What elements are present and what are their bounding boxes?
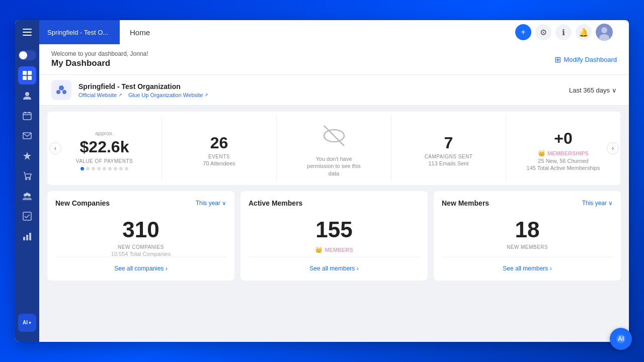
external-link-icon: ↗	[118, 93, 122, 98]
sidebar-item-tasks[interactable]	[18, 207, 36, 225]
stat-campaigns-label: CAMPAIGNS SENT	[425, 154, 473, 159]
settings-button[interactable]: ⚙	[535, 24, 551, 40]
dot-6	[108, 167, 112, 170]
date-filter-button[interactable]: Last 365 days ∨	[569, 86, 617, 94]
svg-point-16	[26, 178, 27, 180]
widget-companies-title: New Companies	[55, 199, 110, 207]
stat-approx-label: approx.	[95, 130, 114, 136]
org-logo	[51, 80, 71, 100]
svg-rect-21	[23, 212, 31, 220]
dot-1	[80, 167, 84, 170]
bell-button[interactable]: 🔔	[576, 24, 592, 40]
crown-icon-widget: 👑	[315, 246, 323, 253]
svg-rect-15	[23, 133, 31, 139]
dot-9	[125, 167, 128, 170]
companies-value: 310	[55, 217, 226, 242]
new-members-sublabel: NEW MEMBERS	[442, 244, 613, 250]
modify-dashboard-button[interactable]: ⊞ Modify Dashboard	[554, 55, 617, 64]
sidebar-toggle[interactable]	[18, 50, 36, 60]
members-badge-label: MEMBERS	[325, 247, 353, 253]
sidebar-item-reports[interactable]	[18, 227, 36, 245]
svg-rect-6	[23, 71, 27, 75]
svg-rect-22	[23, 237, 25, 240]
chevron-icon: ∨	[222, 200, 226, 207]
sidebar-item-memberships[interactable]	[18, 147, 36, 165]
sidebar-item-campaigns[interactable]	[18, 127, 36, 145]
widgets-row: New Companies This year ∨ 310 NEW COMPAN…	[47, 191, 621, 281]
stat-payments-label: VALUE OF PAYMENTS	[76, 158, 133, 164]
active-members-value: 155	[249, 217, 420, 242]
svg-line-30	[324, 126, 344, 146]
svg-rect-9	[28, 76, 32, 80]
no-permission-text: You don't have permission to see this da…	[304, 155, 364, 177]
org-name-display: Springfield - Test Organization	[78, 82, 208, 90]
sidebar-item-events[interactable]	[18, 107, 36, 125]
ai-label: AI	[23, 320, 28, 325]
add-button[interactable]: +	[515, 24, 531, 40]
date-filter-label: Last 365 days	[569, 86, 610, 94]
dot-2	[86, 167, 90, 170]
svg-point-10	[25, 92, 29, 96]
svg-rect-8	[23, 76, 27, 80]
hamburger-button[interactable]	[15, 20, 39, 44]
members-badge: 👑 MEMBERS	[249, 246, 420, 253]
see-all-members-link[interactable]: See all members ›	[309, 265, 358, 272]
content-area: Welcome to your dashboard, Jonna! My Das…	[39, 44, 629, 342]
user-avatar[interactable]	[596, 24, 613, 41]
glueup-website-link[interactable]: Glue Up Organization Website ↗	[128, 92, 208, 98]
external-link-icon2: ↗	[204, 93, 208, 98]
svg-point-20	[26, 193, 29, 196]
ai-button[interactable]: AI ✦	[18, 314, 36, 332]
org-bar: Springfield - Test Organization Official…	[39, 75, 629, 106]
widget-new-members: New Members This year ∨ 18 NEW MEMBERS S…	[434, 191, 621, 281]
svg-rect-11	[23, 113, 31, 120]
page-title: Home	[130, 28, 150, 37]
stat-events-sub: 70 Attendees	[203, 160, 235, 166]
dot-8	[119, 167, 123, 170]
memberships-sub: 25 New, 56 Churned	[538, 158, 588, 164]
svg-point-26	[59, 85, 64, 90]
chevron-icon2: ∨	[608, 200, 613, 207]
svg-rect-0	[23, 29, 32, 30]
ai-fab[interactable]: AI	[610, 328, 629, 342]
memberships-label: MEMBERSHIPS	[547, 150, 589, 156]
widget-active-members-title: Active Members	[249, 199, 302, 207]
stats-nav-right[interactable]: ›	[607, 142, 619, 154]
new-members-value: 18	[442, 217, 613, 242]
no-permission-icon	[322, 124, 346, 152]
stat-memberships: +0 👑 MEMBERSHIPS 25 New, 56 Churned 145 …	[506, 116, 621, 181]
memberships-badge: 👑 MEMBERSHIPS	[538, 150, 589, 157]
see-all-new-members-link[interactable]: See all members ›	[503, 265, 551, 272]
companies-total: 10,554 Total Companies	[55, 251, 226, 257]
widget-companies-filter[interactable]: This year ∨	[196, 200, 226, 207]
page-title-bar: Home + ⚙ ℹ 🔔	[120, 20, 629, 44]
memberships-total: 145 Total Active Memberships	[527, 165, 600, 171]
stats-nav-left[interactable]: ‹	[49, 142, 61, 154]
official-website-link[interactable]: Official Website ↗	[78, 92, 122, 98]
sidebar-item-commerce[interactable]	[18, 167, 36, 185]
stat-campaigns: 7 CAMPAIGNS SENT 113 Emails Sent	[391, 116, 506, 181]
arrow-right-icon2: ›	[357, 265, 359, 272]
see-all-companies-link[interactable]: See all companies ›	[114, 265, 167, 272]
svg-point-4	[601, 27, 607, 33]
dashboard-header: Welcome to your dashboard, Jonna! My Das…	[39, 44, 629, 75]
chevron-down-icon: ∨	[612, 86, 617, 94]
svg-text:AI: AI	[618, 335, 624, 342]
dot-5	[103, 167, 106, 170]
topbar-actions: + ⚙ ℹ 🔔	[509, 20, 619, 44]
svg-point-17	[29, 178, 31, 180]
widget-new-members-title: New Members	[442, 199, 489, 207]
widget-active-members: Active Members 155 👑 MEMBERS See all mem…	[240, 191, 428, 281]
sidebar-item-dashboard[interactable]	[18, 66, 36, 84]
welcome-text: Welcome to your dashboard, Jonna!	[51, 50, 148, 57]
arrow-right-icon3: ›	[550, 265, 552, 272]
widget-members-filter[interactable]: This year ∨	[582, 200, 613, 207]
sidebar-item-community[interactable]	[18, 187, 36, 205]
org-selector[interactable]: Springfield - Test O...	[39, 20, 120, 44]
sidebar: AI ✦	[15, 44, 39, 342]
glueup-website-label: Glue Up Organization Website	[128, 92, 203, 98]
stat-events-value: 26	[210, 134, 228, 152]
svg-point-28	[62, 90, 66, 94]
info-button[interactable]: ℹ	[555, 24, 572, 40]
sidebar-item-members[interactable]	[18, 86, 36, 105]
